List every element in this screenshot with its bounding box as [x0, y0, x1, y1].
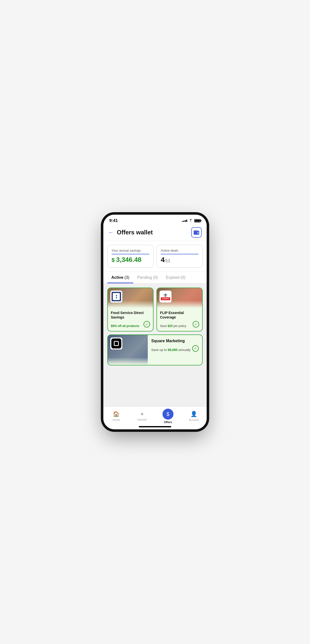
nav-home[interactable]: 🏠 Home: [107, 411, 125, 421]
nav-account[interactable]: 👤 Account: [185, 411, 203, 421]
bottom-nav: 🏠 Home ✦ Garnish $ Offers 👤 Account: [103, 406, 207, 424]
battery-icon: [194, 219, 201, 222]
home-icon: 🏠: [113, 411, 120, 417]
square-title: Square Marketing: [151, 338, 199, 344]
wifi-icon: [189, 219, 193, 223]
phone-frame: 9:41 ← Offers: [103, 215, 207, 429]
nav-account-label: Account: [189, 418, 199, 421]
square-logo: [110, 338, 122, 350]
nav-garnish[interactable]: ✦ Garnish: [133, 411, 151, 421]
offer-card-food-service[interactable]: Food Service Direct Savings $5% off all …: [107, 288, 154, 332]
food-service-title: Food Service Direct Savings: [111, 310, 150, 320]
nav-offers-label: Offers: [164, 420, 172, 424]
account-icon: 👤: [190, 411, 197, 417]
status-time: 9:41: [109, 218, 118, 223]
offer-card-flip[interactable]: ⚜ ✦FLIP✦ FLIP Essential Coverage Save $2…: [156, 288, 203, 332]
food-service-image: [108, 288, 153, 308]
active-deals-card: Active deals 4/11: [156, 245, 203, 268]
svg-point-5: [198, 233, 198, 233]
wallet-button[interactable]: [191, 227, 202, 238]
stats-row: Your annual savings $ 3,346.48 Active de…: [103, 241, 207, 272]
back-button[interactable]: ←: [108, 229, 114, 236]
tab-expired[interactable]: Expired (0): [162, 272, 190, 283]
active-deals-value: 4/11: [161, 256, 198, 264]
wallet-icon: [194, 230, 199, 235]
status-icons: [182, 219, 201, 223]
flip-logo: ⚜ ✦FLIP✦: [160, 290, 172, 302]
page-header: ← Offers wallet: [103, 225, 207, 241]
offers-icon: $: [162, 408, 174, 420]
annual-savings-card: Your annual savings $ 3,346.48: [107, 245, 154, 268]
flip-title: FLIP Essential Coverage: [160, 310, 199, 320]
status-bar: 9:41: [103, 215, 207, 225]
flip-check: ✓: [193, 321, 199, 328]
nav-home-label: Home: [112, 418, 120, 421]
annual-savings-value: $ 3,346.48: [112, 256, 149, 264]
square-image: [108, 335, 148, 365]
garnish-icon: ✦: [140, 411, 144, 417]
tab-active[interactable]: Active (3): [107, 272, 133, 283]
food-service-check: ✓: [144, 321, 150, 328]
tab-pending[interactable]: Pending (0): [133, 272, 162, 283]
svg-point-0: [190, 222, 191, 222]
annual-savings-label: Your annual savings: [112, 248, 149, 254]
home-indicator: [139, 426, 171, 427]
offer-card-square[interactable]: Square Marketing Save up to $9,080 annua…: [107, 334, 203, 366]
square-check: ✓: [192, 345, 199, 352]
flip-image: ⚜ ✦FLIP✦: [157, 288, 202, 308]
offers-content: Food Service Direct Savings $5% off all …: [103, 284, 207, 406]
tabs-bar: Active (3) Pending (0) Expired (0): [103, 272, 207, 284]
nav-garnish-label: Garnish: [137, 418, 147, 421]
active-deals-label: Active deals: [161, 248, 198, 254]
offers-grid: Food Service Direct Savings $5% off all …: [103, 284, 207, 370]
page-title: Offers wallet: [117, 229, 153, 236]
signal-icon: [182, 220, 187, 222]
food-service-logo: [110, 290, 122, 302]
nav-offers[interactable]: $ Offers: [159, 408, 177, 424]
